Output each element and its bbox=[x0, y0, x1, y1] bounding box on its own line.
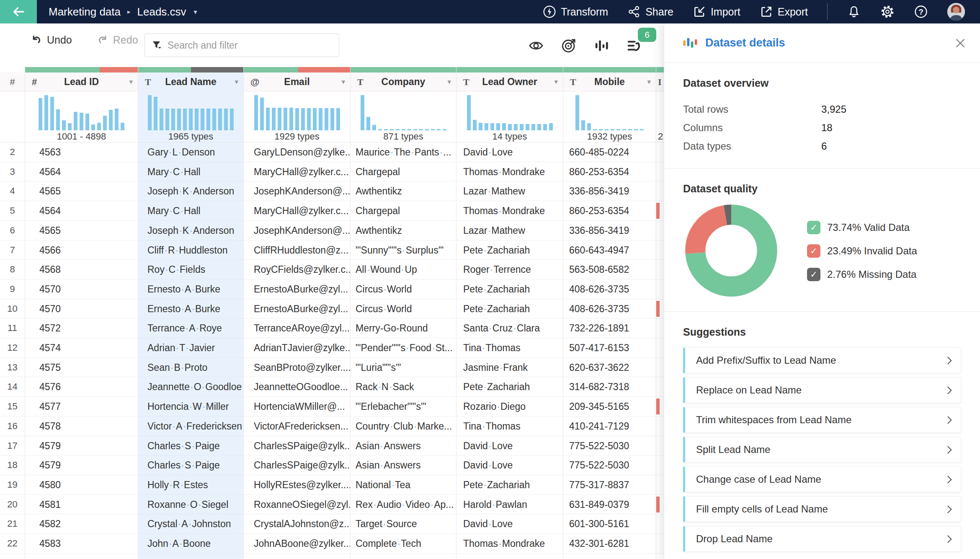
cell-lead_id[interactable]: 4566 bbox=[25, 241, 138, 260]
cell-lead_name[interactable]: Ernesto·A·Burke bbox=[138, 280, 243, 299]
cell-lead_id[interactable]: 4577 bbox=[25, 397, 138, 417]
panel-close-button[interactable] bbox=[954, 37, 967, 49]
cell-company[interactable]: Asian·Answers bbox=[351, 455, 456, 475]
cell-lead_name[interactable]: Joseph·K·Anderson bbox=[138, 221, 243, 241]
cell-mobile[interactable]: 775-522-5030 bbox=[563, 455, 656, 475]
cell-email[interactable]: RoyCFields@zylker.c... bbox=[244, 260, 350, 280]
cell-email[interactable]: VictorAFredericksen... bbox=[244, 417, 350, 436]
cell-lead_id[interactable]: 4584 bbox=[25, 554, 138, 559]
cell-lead_id[interactable]: 4582 bbox=[25, 514, 138, 534]
cell-lead_name[interactable]: Roy·C·Fields bbox=[138, 260, 243, 280]
cell-company[interactable]: National·Tea bbox=[351, 475, 456, 495]
cell-lead_id[interactable]: 4565 bbox=[25, 181, 138, 201]
cell-lead_id[interactable]: 4564 bbox=[25, 162, 138, 182]
cell-mobile[interactable]: 563-508-6582 bbox=[563, 260, 656, 280]
cell-mobile[interactable]: 408-626-3735 bbox=[563, 299, 656, 319]
row-number[interactable]: 11 bbox=[0, 318, 25, 338]
row-number[interactable]: 22 bbox=[0, 534, 25, 554]
cell-mobile[interactable]: 860-253-6354 bbox=[563, 201, 656, 221]
cell-company[interactable]: Circus·World bbox=[351, 280, 456, 299]
cell-lead_id[interactable]: 4570 bbox=[25, 299, 138, 319]
cell-email[interactable]: TracyRJohnson@zylk... bbox=[244, 554, 350, 559]
row-number[interactable]: 19 bbox=[0, 475, 25, 495]
cell-company[interactable]: Awthentikz bbox=[351, 221, 456, 241]
cell-lead_name[interactable]: Cliff·R·Huddleston bbox=[138, 241, 243, 260]
cell-email[interactable]: ErnestoABurke@zyl... bbox=[244, 299, 350, 319]
column-menu-caret-icon[interactable]: ▾ bbox=[129, 78, 133, 86]
cell-lead_name[interactable]: Tracy·R·Johnson bbox=[138, 554, 243, 559]
cell-owner[interactable]: David·Love bbox=[456, 142, 563, 162]
file-menu-caret-icon[interactable]: ▾ bbox=[194, 8, 197, 16]
cell-company[interactable]: Chargepal bbox=[351, 201, 456, 221]
column-header-mobile[interactable]: MobileT▾ bbox=[563, 72, 656, 92]
cell-email[interactable]: JeannetteOGoodloe... bbox=[244, 377, 350, 397]
cell-lead_name[interactable]: Sean·B·Proto bbox=[138, 358, 243, 378]
breadcrumb-project[interactable]: Marketing data bbox=[49, 5, 121, 18]
cell-owner[interactable]: Thomas·Mondrake bbox=[456, 201, 563, 221]
cell-lead_name[interactable]: Jeannette·O·Goodloe bbox=[138, 377, 243, 397]
cell-mobile[interactable]: 775-317-8837 bbox=[563, 475, 656, 495]
cell-owner[interactable]: Santa·Cruz·Clara bbox=[456, 318, 563, 338]
cell-lead_id[interactable]: 4580 bbox=[25, 475, 138, 495]
column-header-lead_name[interactable]: Lead NameT▾ bbox=[138, 72, 243, 92]
cell-company[interactable]: Awthentikz bbox=[351, 181, 456, 201]
cell-company[interactable]: Maurice·The·Pants·... bbox=[351, 142, 456, 162]
row-number[interactable]: 16 bbox=[0, 417, 25, 436]
column-header-company[interactable]: CompanyT▾ bbox=[351, 72, 456, 92]
cell-mobile[interactable]: 209-345-5165 bbox=[563, 397, 656, 417]
column-stats-button[interactable] bbox=[593, 38, 609, 54]
legend-checkbox-icon[interactable]: ✓ bbox=[807, 244, 820, 258]
cell-company[interactable]: Asian·Answers bbox=[351, 436, 456, 456]
cell-email[interactable]: JosephKAnderson@... bbox=[244, 221, 350, 241]
back-button[interactable] bbox=[0, 0, 37, 23]
cell-lead_name[interactable]: Terrance·A·Roye bbox=[138, 318, 243, 338]
cell-lead_id[interactable]: 4570 bbox=[25, 280, 138, 299]
row-number[interactable]: 12 bbox=[0, 338, 25, 358]
cell-lead_name[interactable]: Hortencia·W·Miller bbox=[138, 397, 243, 417]
column-menu-caret-icon[interactable]: ▾ bbox=[554, 78, 558, 86]
suggestion-card[interactable]: Split Lead Name bbox=[683, 437, 961, 463]
row-number[interactable]: 21 bbox=[0, 514, 25, 534]
cell-email[interactable]: ErnestoABurke@zyl... bbox=[244, 280, 350, 299]
cell-email[interactable]: RoxanneOSiegel@zyl... bbox=[244, 495, 350, 515]
cell-mobile[interactable]: 410-241-7129 bbox=[563, 417, 656, 436]
row-number[interactable]: 8 bbox=[0, 260, 25, 280]
cell-owner[interactable]: Harold·Pawlan bbox=[456, 495, 563, 515]
suggestion-card[interactable]: Drop Lead Name bbox=[683, 526, 961, 552]
column-menu-caret-icon[interactable]: ▾ bbox=[235, 78, 238, 86]
cell-company[interactable]: Country·Club·Marke... bbox=[351, 417, 456, 436]
cell-email[interactable]: MaryCHall@zylker.c... bbox=[244, 201, 350, 221]
cell-company[interactable]: "'Erlebacher""'s'" bbox=[351, 397, 456, 417]
row-number[interactable]: 3 bbox=[0, 162, 25, 182]
export-button[interactable]: Export bbox=[760, 5, 808, 18]
cell-email[interactable]: JosephKAnderson@... bbox=[244, 181, 350, 201]
column-menu-caret-icon[interactable]: ▾ bbox=[341, 78, 345, 86]
cell-lead_name[interactable]: Joseph·K·Anderson bbox=[138, 181, 243, 201]
user-avatar[interactable] bbox=[947, 3, 965, 21]
cell-lead_name[interactable]: Roxanne·O·Siegel bbox=[138, 495, 243, 515]
cell-email[interactable]: MaryCHall@zylker.c... bbox=[244, 162, 350, 182]
row-number[interactable]: 5 bbox=[0, 201, 25, 221]
cell-mobile[interactable]: 256-756-9499 bbox=[563, 554, 656, 559]
cell-email[interactable]: HortenciaWMiller@... bbox=[244, 397, 350, 417]
cell-owner[interactable]: Pete·Zachariah bbox=[456, 377, 563, 397]
cell-mobile[interactable]: 432-301-6281 bbox=[563, 534, 656, 554]
cell-lead_id[interactable]: 4578 bbox=[25, 417, 138, 436]
breadcrumb-file[interactable]: Leads.csv bbox=[137, 5, 186, 18]
cell-owner[interactable]: Lazar·Mathew bbox=[456, 181, 563, 201]
column-menu-caret-icon[interactable]: ▾ bbox=[447, 78, 451, 86]
cell-email[interactable]: GaryLDenson@zylke... bbox=[244, 142, 350, 162]
help-button[interactable]: ? bbox=[914, 5, 928, 19]
row-number[interactable]: 13 bbox=[0, 358, 25, 378]
cell-lead_id[interactable]: 4572 bbox=[25, 318, 138, 338]
row-number[interactable]: 14 bbox=[0, 377, 25, 397]
row-number[interactable]: 10 bbox=[0, 299, 25, 319]
cell-company[interactable]: Complete·Tech bbox=[351, 534, 456, 554]
cell-owner[interactable]: David·Love bbox=[456, 514, 563, 534]
row-number[interactable]: 18 bbox=[0, 455, 25, 475]
row-number[interactable]: 15 bbox=[0, 397, 25, 417]
cell-lead_name[interactable]: Mary·C·Hall bbox=[138, 201, 243, 221]
cell-email[interactable]: JohnABoone@zylker... bbox=[244, 534, 350, 554]
cell-owner[interactable]: Augustine·Paul bbox=[456, 554, 563, 559]
cell-email[interactable]: HollyREstes@zylker.... bbox=[244, 475, 350, 495]
